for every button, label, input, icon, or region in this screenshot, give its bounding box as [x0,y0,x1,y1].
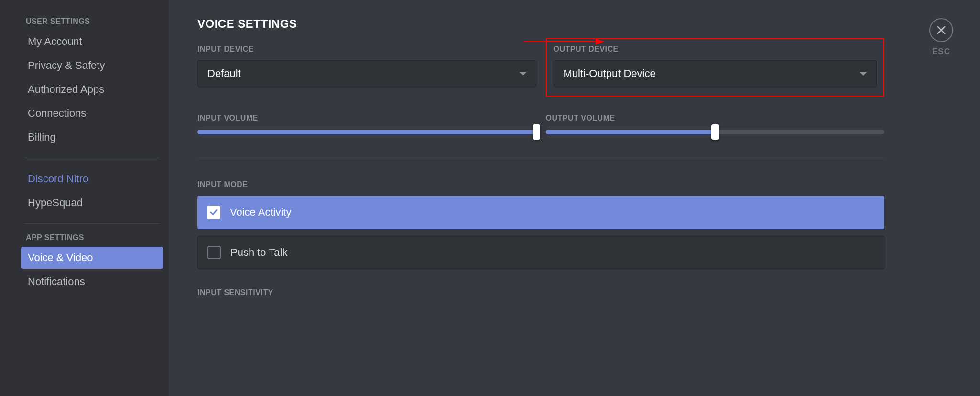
sidebar-item-discord-nitro[interactable]: Discord Nitro [21,168,163,190]
sidebar-item-authorized-apps[interactable]: Authorized Apps [21,78,163,100]
sidebar-item-voice-video[interactable]: Voice & Video [21,247,163,269]
input-device-dropdown[interactable]: Default [197,60,536,87]
push-to-talk-label: Push to Talk [230,246,287,259]
close-icon [936,25,947,35]
sidebar-item-my-account[interactable]: My Account [21,31,163,53]
output-volume-slider[interactable] [546,126,885,138]
input-mode-voice-activity[interactable]: Voice Activity [197,196,884,229]
close-button[interactable] [929,18,953,42]
output-device-dropdown[interactable]: Multi-Output Device [554,60,877,87]
sidebar-item-connections[interactable]: Connections [21,102,163,124]
input-volume-section: INPUT VOLUME [197,114,536,138]
settings-main: VOICE SETTINGS INPUT DEVICE Default OUTP… [169,0,980,396]
close-label: ESC [932,47,950,56]
section-divider [197,158,884,158]
sidebar-item-hypesquad[interactable]: HypeSquad [21,192,163,214]
checkbox-unchecked-icon [207,246,221,259]
output-device-section: OUTPUT DEVICE Multi-Output Device [546,45,885,97]
input-device-label: INPUT DEVICE [197,45,536,54]
sidebar-header-user-settings: USER SETTINGS [25,17,159,26]
sidebar-header-app-settings: APP SETTINGS [25,233,159,242]
checkbox-checked-icon [207,206,220,219]
input-mode-label: INPUT MODE [197,180,884,189]
close-settings: ESC [929,18,953,56]
output-volume-fill [546,130,715,134]
output-device-value: Multi-Output Device [564,67,656,80]
sidebar-item-privacy-safety[interactable]: Privacy & Safety [21,55,163,77]
input-device-section: INPUT DEVICE Default [197,45,536,97]
sidebar-item-notifications[interactable]: Notifications [21,271,163,293]
input-sensitivity-label: INPUT SENSITIVITY [197,288,884,297]
sidebar-separator [25,158,159,158]
voice-activity-label: Voice Activity [230,206,291,219]
input-device-value: Default [207,67,241,80]
input-mode-push-to-talk[interactable]: Push to Talk [197,236,884,269]
chevron-down-icon [860,72,867,76]
output-volume-label: OUTPUT VOLUME [546,114,885,122]
annotation-highlight-box: OUTPUT DEVICE Multi-Output Device [546,38,885,97]
chevron-down-icon [520,72,526,76]
sidebar-item-billing[interactable]: Billing [21,126,163,148]
input-volume-fill [197,130,536,134]
input-volume-thumb[interactable] [533,124,540,140]
page-title: VOICE SETTINGS [197,17,884,31]
output-device-label: OUTPUT DEVICE [554,45,877,54]
sidebar-separator [25,223,159,224]
output-volume-section: OUTPUT VOLUME [546,114,885,138]
output-volume-thumb[interactable] [711,124,719,140]
settings-sidebar: USER SETTINGS My Account Privacy & Safet… [0,0,169,396]
input-volume-label: INPUT VOLUME [197,114,536,122]
input-volume-slider[interactable] [197,126,536,138]
